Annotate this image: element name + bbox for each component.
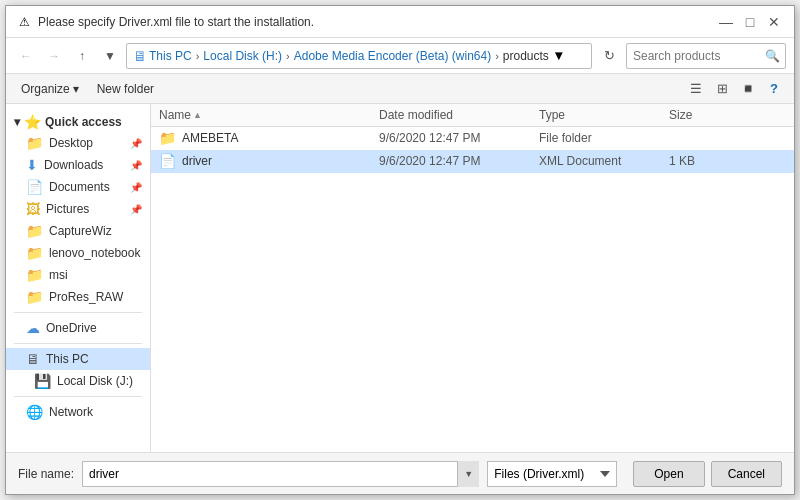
file-type-cell: File folder	[531, 131, 661, 145]
recent-locations-button[interactable]: ▼	[98, 44, 122, 68]
table-row[interactable]: 📄 driver 9/6/2020 12:47 PM XML Document …	[151, 150, 794, 173]
sort-arrow-name: ▲	[193, 110, 202, 120]
dialog-title: Please specify Driver.xml file to start …	[38, 15, 314, 29]
sidebar-item-documents[interactable]: 📄 Documents 📌	[6, 176, 150, 198]
sidebar-item-lenovo[interactable]: 📁 lenovo_notebook	[6, 242, 150, 264]
pin-icon-pictures: 📌	[130, 204, 142, 215]
filename-input[interactable]	[82, 461, 479, 487]
capturewiz-icon: 📁	[26, 223, 43, 239]
new-folder-button[interactable]: New folder	[90, 78, 161, 100]
sidebar-sep-1	[14, 312, 142, 313]
minimize-button[interactable]: —	[716, 12, 736, 32]
pin-icon-documents: 📌	[130, 182, 142, 193]
breadcrumb-encoder[interactable]: Adobe Media Encoder (Beta) (win64)	[294, 49, 491, 63]
msi-icon: 📁	[26, 267, 43, 283]
organize-button[interactable]: Organize ▾	[14, 78, 86, 100]
filename-input-wrapper: ▼	[82, 461, 479, 487]
warning-icon: ⚠	[16, 14, 32, 30]
quick-access-header[interactable]: ▾ ⭐ Quick access	[6, 110, 150, 132]
cancel-button[interactable]: Cancel	[711, 461, 782, 487]
search-input[interactable]	[626, 43, 786, 69]
file-list: Name ▲ Date modified Type Size 📁 AMEBETA…	[151, 104, 794, 452]
quick-access-label: Quick access	[45, 115, 122, 129]
search-icon: 🔍	[765, 49, 780, 63]
column-name-header[interactable]: Name ▲	[151, 108, 371, 122]
breadcrumb-pc-icon: 🖥	[133, 48, 147, 64]
content-area: ▾ ⭐ Quick access 📁 Desktop 📌 ⬇ Downloads…	[6, 104, 794, 452]
nav-bar: ← → ↑ ▼ 🖥 This PC › Local Disk (H:) › Ad…	[6, 38, 794, 74]
title-bar-controls: — □ ✕	[716, 12, 784, 32]
close-button[interactable]: ✕	[764, 12, 784, 32]
toolbar: Organize ▾ New folder ☰ ⊞ ◾ ?	[6, 74, 794, 104]
sidebar-sep-3	[14, 396, 142, 397]
action-buttons: Open Cancel	[633, 461, 782, 487]
file-name-cell: 📄 driver	[151, 153, 371, 169]
column-date-header[interactable]: Date modified	[371, 108, 531, 122]
file-icon: 📄	[159, 153, 176, 169]
sidebar-item-msi[interactable]: 📁 msi	[6, 264, 150, 286]
title-bar: ⚠ Please specify Driver.xml file to star…	[6, 6, 794, 38]
sidebar-sep-2	[14, 343, 142, 344]
dialog: ⚠ Please specify Driver.xml file to star…	[5, 5, 795, 495]
breadcrumb-current: products	[503, 49, 549, 63]
sidebar-item-onedrive[interactable]: ☁ OneDrive	[6, 317, 150, 339]
table-row[interactable]: 📁 AMEBETA 9/6/2020 12:47 PM File folder	[151, 127, 794, 150]
filetype-select[interactable]: Files (Driver.xml) All Files (*.*)	[487, 461, 617, 487]
file-date-cell: 9/6/2020 12:47 PM	[371, 131, 531, 145]
breadcrumb: 🖥 This PC › Local Disk (H:) › Adobe Medi…	[126, 43, 592, 69]
filename-label: File name:	[18, 467, 74, 481]
view-buttons: ☰ ⊞ ◾ ?	[684, 78, 786, 100]
maximize-button[interactable]: □	[740, 12, 760, 32]
column-type-header[interactable]: Type	[531, 108, 661, 122]
title-bar-left: ⚠ Please specify Driver.xml file to star…	[16, 14, 314, 30]
sidebar-item-thispc[interactable]: 🖥 This PC	[6, 348, 150, 370]
file-type-cell: XML Document	[531, 154, 661, 168]
sidebar-item-downloads[interactable]: ⬇ Downloads 📌	[6, 154, 150, 176]
breadcrumb-thispc[interactable]: This PC	[149, 49, 192, 63]
sidebar-item-localdisk[interactable]: 💾 Local Disk (J:)	[6, 370, 150, 392]
view-large-button[interactable]: ◾	[736, 78, 760, 100]
up-button[interactable]: ↑	[70, 44, 94, 68]
sidebar: ▾ ⭐ Quick access 📁 Desktop 📌 ⬇ Downloads…	[6, 104, 151, 452]
bottom-bar: File name: ▼ Files (Driver.xml) All File…	[6, 452, 794, 494]
refresh-button[interactable]: ↻	[596, 43, 622, 69]
forward-button[interactable]: →	[42, 44, 66, 68]
onedrive-icon: ☁	[26, 320, 40, 336]
file-rows-container: 📁 AMEBETA 9/6/2020 12:47 PM File folder …	[151, 127, 794, 173]
sidebar-item-network[interactable]: 🌐 Network	[6, 401, 150, 423]
view-grid-button[interactable]: ⊞	[710, 78, 734, 100]
quick-access-arrow-icon: ▾	[14, 115, 20, 129]
breadcrumb-localdisk[interactable]: Local Disk (H:)	[203, 49, 282, 63]
lenovo-icon: 📁	[26, 245, 43, 261]
view-details-button[interactable]: ☰	[684, 78, 708, 100]
back-button[interactable]: ←	[14, 44, 38, 68]
sidebar-item-pictures[interactable]: 🖼 Pictures 📌	[6, 198, 150, 220]
breadcrumb-dropdown-button[interactable]: ▼	[551, 44, 567, 68]
file-size-cell: 1 KB	[661, 154, 741, 168]
file-name-cell: 📁 AMEBETA	[151, 130, 371, 146]
localdisk-icon: 💾	[34, 373, 51, 389]
filename-dropdown-button[interactable]: ▼	[457, 461, 479, 487]
column-size-header[interactable]: Size	[661, 108, 741, 122]
file-icon: 📁	[159, 130, 176, 146]
file-date-cell: 9/6/2020 12:47 PM	[371, 154, 531, 168]
file-name: driver	[182, 154, 212, 168]
quick-access-star-icon: ⭐	[24, 114, 41, 130]
downloads-icon: ⬇	[26, 157, 38, 173]
network-icon: 🌐	[26, 404, 43, 420]
desktop-icon: 📁	[26, 135, 43, 151]
open-button[interactable]: Open	[633, 461, 704, 487]
pictures-icon: 🖼	[26, 201, 40, 217]
thispc-icon: 🖥	[26, 351, 40, 367]
help-button[interactable]: ?	[762, 78, 786, 100]
search-wrapper: 🔍	[626, 43, 786, 69]
prores-icon: 📁	[26, 289, 43, 305]
pin-icon-downloads: 📌	[130, 160, 142, 171]
file-name: AMEBETA	[182, 131, 238, 145]
sidebar-item-desktop[interactable]: 📁 Desktop 📌	[6, 132, 150, 154]
documents-icon: 📄	[26, 179, 43, 195]
pin-icon-desktop: 📌	[130, 138, 142, 149]
file-list-header: Name ▲ Date modified Type Size	[151, 104, 794, 127]
sidebar-item-capturewiz[interactable]: 📁 CaptureWiz	[6, 220, 150, 242]
sidebar-item-prores[interactable]: 📁 ProRes_RAW	[6, 286, 150, 308]
